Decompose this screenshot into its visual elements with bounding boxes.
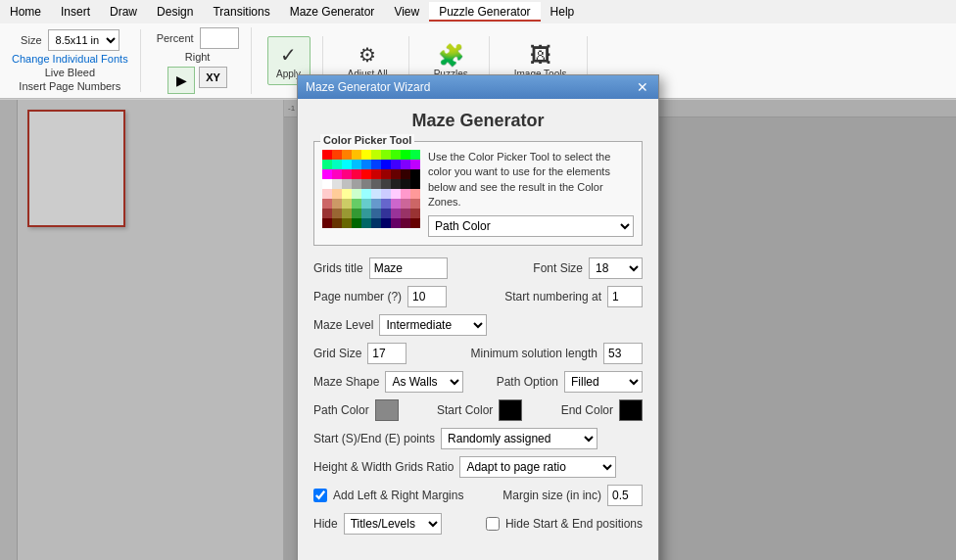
menu-maze-generator[interactable]: Maze Generator — [280, 2, 385, 22]
color-cell[interactable] — [381, 209, 391, 218]
color-cell[interactable] — [401, 160, 410, 169]
color-cell[interactable] — [401, 179, 410, 189]
menu-draw[interactable]: Draw — [100, 2, 147, 22]
menu-view[interactable]: View — [384, 2, 429, 22]
color-cell[interactable] — [322, 179, 332, 189]
add-margins-checkbox[interactable] — [313, 489, 327, 502]
color-cell[interactable] — [371, 179, 381, 189]
path-option-select[interactable]: Filled Outlined — [564, 371, 643, 393]
color-cell[interactable] — [352, 199, 361, 209]
color-cell[interactable] — [352, 209, 361, 218]
color-cell[interactable] — [410, 218, 420, 228]
color-cell[interactable] — [391, 199, 401, 209]
menu-help[interactable]: Help — [541, 2, 585, 22]
start-numbering-input[interactable] — [607, 286, 643, 307]
color-cell[interactable] — [401, 218, 410, 228]
percent-input[interactable]: 100 — [200, 27, 239, 49]
play-button[interactable]: ▶ — [167, 67, 195, 94]
color-cell[interactable] — [332, 169, 342, 179]
color-cell[interactable] — [371, 150, 381, 160]
color-cell[interactable] — [381, 150, 391, 160]
grids-title-input[interactable] — [369, 257, 448, 279]
margin-size-input[interactable] — [607, 485, 643, 506]
xy-button[interactable]: XY — [199, 67, 227, 88]
color-cell[interactable] — [391, 189, 401, 199]
color-cell[interactable] — [361, 179, 371, 189]
color-cell[interactable] — [352, 150, 361, 160]
color-grid[interactable] — [322, 150, 420, 228]
color-cell[interactable] — [391, 218, 401, 228]
color-cell[interactable] — [371, 189, 381, 199]
color-cell[interactable] — [332, 209, 342, 218]
color-cell[interactable] — [361, 150, 371, 160]
menu-design[interactable]: Design — [147, 2, 203, 22]
color-cell[interactable] — [342, 169, 352, 179]
color-cell[interactable] — [332, 199, 342, 209]
color-cell[interactable] — [371, 218, 381, 228]
color-cell[interactable] — [342, 189, 352, 199]
color-cell[interactable] — [352, 218, 361, 228]
color-cell[interactable] — [332, 150, 342, 160]
color-cell[interactable] — [401, 169, 410, 179]
maze-level-select[interactable]: Intermediate Beginner Advanced Expert — [379, 314, 487, 336]
menu-puzzle-generator[interactable]: Puzzle Generator — [429, 2, 540, 22]
color-cell[interactable] — [410, 150, 420, 160]
color-cell[interactable] — [352, 179, 361, 189]
color-cell[interactable] — [352, 189, 361, 199]
color-cell[interactable] — [401, 150, 410, 160]
color-cell[interactable] — [371, 209, 381, 218]
color-cell[interactable] — [342, 179, 352, 189]
color-cell[interactable] — [410, 209, 420, 218]
color-cell[interactable] — [322, 189, 332, 199]
color-cell[interactable] — [371, 160, 381, 169]
color-cell[interactable] — [391, 150, 401, 160]
color-cell[interactable] — [322, 199, 332, 209]
color-cell[interactable] — [352, 169, 361, 179]
color-cell[interactable] — [381, 218, 391, 228]
color-cell[interactable] — [332, 218, 342, 228]
color-cell[interactable] — [322, 218, 332, 228]
size-select[interactable]: 8.5x11 in — [48, 29, 120, 51]
font-size-select[interactable]: 18 1012141620 — [589, 257, 643, 279]
color-cell[interactable] — [381, 179, 391, 189]
color-cell[interactable] — [391, 160, 401, 169]
menu-transitions[interactable]: Transitions — [203, 2, 279, 22]
page-number-input[interactable] — [407, 286, 447, 307]
color-cell[interactable] — [361, 169, 371, 179]
color-cell[interactable] — [381, 189, 391, 199]
color-cell[interactable] — [352, 160, 361, 169]
color-cell[interactable] — [361, 209, 371, 218]
color-cell[interactable] — [342, 150, 352, 160]
color-cell[interactable] — [371, 199, 381, 209]
color-cell[interactable] — [401, 189, 410, 199]
color-cell[interactable] — [332, 189, 342, 199]
maze-shape-select[interactable]: As Walls As Path — [385, 371, 463, 393]
color-cell[interactable] — [322, 150, 332, 160]
path-color-swatch[interactable] — [375, 399, 399, 421]
start-color-swatch[interactable] — [499, 399, 522, 421]
color-cell[interactable] — [342, 209, 352, 218]
color-cell[interactable] — [361, 218, 371, 228]
color-cell[interactable] — [361, 189, 371, 199]
color-cell[interactable] — [342, 218, 352, 228]
min-solution-input[interactable] — [603, 343, 643, 364]
color-cell[interactable] — [401, 199, 410, 209]
menu-home[interactable]: Home — [0, 2, 51, 22]
color-cell[interactable] — [332, 160, 342, 169]
color-cell[interactable] — [381, 169, 391, 179]
color-cell[interactable] — [371, 169, 381, 179]
menu-insert[interactable]: Insert — [51, 2, 100, 22]
hw-ratio-select[interactable]: Adapt to page ratio Square Custom — [459, 456, 616, 478]
color-cell[interactable] — [342, 199, 352, 209]
dialog-close-button[interactable]: ✕ — [635, 80, 650, 94]
hide-select[interactable]: Titles/Levels None All — [344, 513, 442, 535]
se-points-select[interactable]: Randomly assigned Top/Bottom Left/Right — [441, 428, 598, 449]
color-cell[interactable] — [322, 209, 332, 218]
color-cell[interactable] — [322, 169, 332, 179]
color-cell[interactable] — [391, 209, 401, 218]
color-cell[interactable] — [342, 160, 352, 169]
color-cell[interactable] — [332, 179, 342, 189]
color-cell[interactable] — [391, 179, 401, 189]
hide-se-checkbox[interactable] — [486, 517, 500, 531]
color-cell[interactable] — [381, 199, 391, 209]
